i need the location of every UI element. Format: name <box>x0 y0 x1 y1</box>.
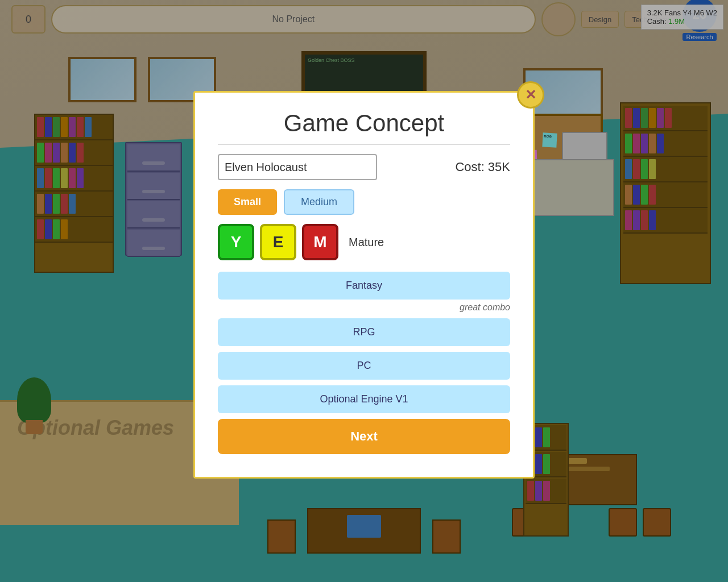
modal-title: Game Concept <box>218 110 510 145</box>
rating-m-button[interactable]: M <box>302 224 338 260</box>
great-combo-label: great combo <box>218 302 510 313</box>
close-button[interactable]: ✕ <box>517 81 544 109</box>
name-cost-row: Cost: 35K <box>218 154 510 180</box>
platform-button[interactable]: PC <box>218 352 510 380</box>
cost-label: Cost: 35K <box>455 160 510 174</box>
next-button[interactable]: Next <box>218 419 510 454</box>
rating-y-button[interactable]: Y <box>218 224 254 260</box>
size-buttons: Small Medium <box>218 189 510 215</box>
rating-e-button[interactable]: E <box>260 224 296 260</box>
genre-button[interactable]: Fantasy <box>218 272 510 300</box>
engine-button[interactable]: Optional Engine V1 <box>218 385 510 413</box>
size-small-button[interactable]: Small <box>218 189 277 215</box>
game-concept-modal: ✕ Game Concept Cost: 35K Small Medium Y … <box>193 91 535 479</box>
rating-row: Y E M Mature <box>218 224 510 260</box>
rating-selected-label: Mature <box>349 236 384 249</box>
type-button[interactable]: RPG <box>218 318 510 346</box>
size-medium-button[interactable]: Medium <box>284 189 354 215</box>
game-name-input[interactable] <box>218 154 377 180</box>
